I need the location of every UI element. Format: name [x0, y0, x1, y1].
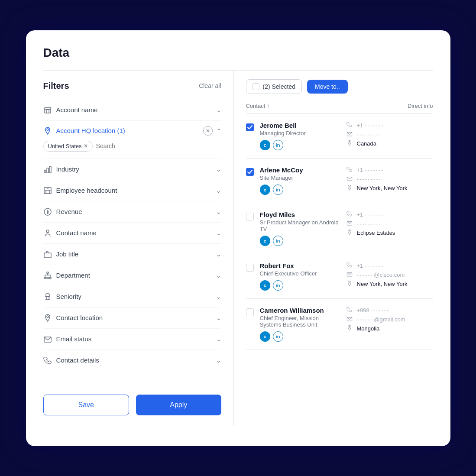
filter-row-job-title[interactable]: Job title ⌄	[43, 244, 221, 265]
org-icon	[43, 271, 52, 280]
chevron-down-icon-revenue: ⌄	[216, 208, 221, 215]
location-value: Canada	[357, 140, 377, 147]
phone-row: +1 ············	[346, 166, 433, 174]
linkedin-icon[interactable]: in	[273, 331, 283, 342]
filters-header: Filters Clear all	[43, 81, 221, 91]
contact-row: Floyd Miles Sr Product Manager on Androi…	[246, 203, 433, 254]
filter-row-seniority[interactable]: Seniority ⌄	[43, 286, 221, 308]
phone-value: +1 ············	[357, 211, 384, 218]
location-value: Mongolia	[357, 325, 380, 332]
location-value: New York, New York	[357, 185, 408, 191]
contact-direct-info: +1 ············ ·········· @cisco.com Ne…	[346, 262, 433, 288]
filters-panel: Filters Clear all Account name ⌄	[43, 71, 234, 426]
chevron-down-icon-seniority: ⌄	[216, 293, 221, 300]
email-value: ·········· @gmail.com	[357, 316, 405, 323]
linkedin-icon[interactable]: in	[273, 280, 283, 291]
chevron-down-icon-department: ⌄	[216, 272, 221, 279]
contact-checkbox[interactable]	[246, 168, 254, 176]
svg-point-24	[349, 326, 350, 327]
linkedin-icon[interactable]: in	[273, 140, 283, 150]
main-card: Data Filters Clear all Account name ⌄	[26, 30, 450, 446]
phone-value: +1 ············	[357, 167, 384, 173]
svg-rect-8	[44, 253, 51, 258]
svg-point-20	[349, 230, 350, 232]
location-row: New York, New York	[346, 185, 433, 192]
filter-label-job-title: Job title	[56, 250, 79, 258]
results-toolbar: (2) Selected Move to..	[246, 79, 433, 94]
phone-icon	[43, 356, 52, 365]
chair-icon	[43, 292, 52, 301]
location-icon-blue	[43, 126, 52, 135]
contact-info: Arlene McCoy Site Manager c in	[260, 166, 340, 195]
email-row: ·········· @cisco.com	[346, 271, 433, 278]
contact-checkbox[interactable]	[246, 213, 254, 220]
svg-rect-10	[44, 277, 46, 278]
contact-name: Cameron Williamson	[260, 307, 340, 314]
checkbox-empty	[246, 308, 254, 316]
phone-direct-icon	[346, 307, 353, 314]
results-panel: (2) Selected Move to.. Contact ↓ Direct …	[234, 71, 433, 426]
checkbox-empty	[246, 213, 254, 220]
contact-title: Sr Product Manager on Android TV	[260, 219, 340, 232]
select-all-checkbox	[253, 83, 259, 90]
crunchbase-icon[interactable]: c	[260, 185, 270, 195]
filter-row-account-name[interactable]: Account name ⌄	[43, 100, 221, 121]
building2-icon	[43, 186, 52, 195]
crunchbase-icon[interactable]: c	[260, 236, 270, 246]
contact-info: Jerome Bell Managing Director c in	[260, 122, 340, 150]
clear-hq-filter-button[interactable]: ✕	[203, 126, 213, 136]
location-row: Eclipse Estates	[346, 229, 433, 236]
filters-title: Filters	[43, 81, 69, 91]
save-button[interactable]: Save	[43, 395, 130, 415]
phone-direct-icon	[346, 262, 353, 269]
filter-label-revenue: Revenue	[56, 208, 82, 215]
select-all-button[interactable]: (2) Selected	[246, 79, 302, 94]
move-to-button[interactable]: Move to..	[307, 80, 348, 94]
email-direct-icon	[346, 175, 353, 183]
svg-rect-5	[44, 188, 51, 194]
linkedin-icon[interactable]: in	[273, 185, 283, 195]
col-header-direct: Direct info	[408, 103, 433, 109]
filter-row-email-status[interactable]: Email status ⌄	[43, 329, 221, 350]
remove-tag-button[interactable]: ✕	[84, 143, 88, 149]
apply-button[interactable]: Apply	[136, 395, 221, 415]
chevron-down-icon-industry: ⌄	[216, 166, 221, 173]
hq-search-input[interactable]	[96, 142, 172, 149]
crunchbase-icon[interactable]: c	[260, 140, 270, 150]
filter-row-industry[interactable]: Industry ⌄	[43, 159, 221, 180]
filter-row-contact-details[interactable]: Contact details ⌄	[43, 350, 221, 371]
svg-rect-9	[47, 272, 49, 273]
location-direct-icon	[346, 229, 353, 236]
filter-actions: Save Apply	[43, 384, 221, 415]
crunchbase-icon[interactable]: c	[260, 331, 270, 342]
crunchbase-icon[interactable]: c	[260, 280, 270, 291]
location-value: New York, New York	[357, 281, 408, 287]
filter-row-contact-name[interactable]: Contact name ⌄	[43, 223, 221, 244]
contact-row: Arlene McCoy Site Manager c in +1 ······…	[246, 159, 433, 203]
contact-direct-info: +998 ············ ·········· @gmail.com …	[346, 307, 433, 332]
contact-row: Cameron Williamson Chief Engineer, Missi…	[246, 299, 433, 350]
phone-direct-icon	[346, 211, 353, 218]
phone-value: +1 ············	[357, 122, 384, 129]
linkedin-icon[interactable]: in	[273, 236, 283, 246]
contact-info: Robert Fox Chief Executive Officer c in	[260, 262, 340, 291]
contact-direct-info: +1 ············ ················ Canada	[346, 122, 433, 147]
clear-all-button[interactable]: Clear all	[199, 82, 221, 89]
results-col-headers: Contact ↓ Direct info	[246, 103, 433, 114]
location-direct-icon	[346, 185, 353, 192]
location-value: Eclipse Estates	[357, 230, 395, 236]
contact-name: Jerome Bell	[260, 122, 340, 129]
phone-value: +1 ············	[357, 262, 384, 269]
col-header-contact: Contact ↓	[246, 103, 270, 109]
contact-checkbox[interactable]	[246, 308, 254, 316]
filter-row-revenue[interactable]: Revenue ⌄	[43, 201, 221, 223]
filter-row-department[interactable]: Department ⌄	[43, 265, 221, 286]
email-direct-icon	[346, 271, 353, 278]
contact-checkbox[interactable]	[246, 123, 254, 131]
contact-checkbox[interactable]	[246, 264, 254, 272]
filter-label-hq: Account HQ location (1)	[56, 127, 125, 134]
filter-row-contact-location[interactable]: Contact location ⌄	[43, 308, 221, 329]
filter-label-department: Department	[56, 272, 90, 279]
filter-label-contact-name: Contact name	[56, 229, 97, 236]
filter-row-headcount[interactable]: Employee headcount ⌄	[43, 180, 221, 201]
